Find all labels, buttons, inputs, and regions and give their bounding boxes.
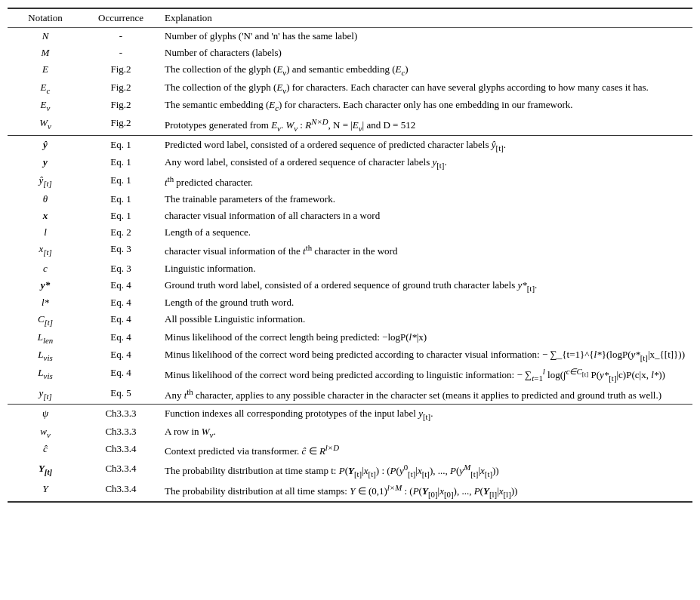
- occurrence-cell: Fig.2: [83, 61, 159, 79]
- explanation-cell: A row in Wv.: [159, 423, 692, 442]
- table-row: wvCh3.3.3A row in Wv.: [8, 423, 692, 442]
- notation-cell: ψ: [8, 405, 83, 423]
- notation-cell: Y[t]: [8, 460, 83, 481]
- explanation-cell: Minus likelihood of the correct length b…: [159, 329, 692, 347]
- explanation-cell: Linguistic information.: [159, 260, 692, 277]
- notation-cell: Ev: [8, 97, 83, 115]
- notation-cell: l*: [8, 294, 83, 311]
- occurrence-cell: Ch3.3.3: [83, 423, 159, 442]
- explanation-cell: The semantic embedding (Ec) for characte…: [159, 97, 692, 115]
- explanation-cell: Number of characters (labels): [159, 45, 692, 61]
- occurrence-cell: Eq. 1: [83, 135, 159, 154]
- explanation-cell: The probability distribution at time sta…: [159, 460, 692, 481]
- notation-cell: c: [8, 260, 83, 277]
- notation-cell: C[t]: [8, 311, 83, 329]
- notation-cell: θ: [8, 191, 83, 208]
- occurrence-cell: -: [83, 45, 159, 61]
- occurrence-cell: Eq. 4: [83, 294, 159, 311]
- notation-cell: ĉ: [8, 441, 83, 460]
- notation-cell: Y: [8, 481, 83, 502]
- occurrence-cell: Eq. 1: [83, 208, 159, 224]
- table-row: lEq. 2Length of a sequence.: [8, 224, 692, 241]
- occurrence-cell: Eq. 3: [83, 241, 159, 260]
- occurrence-cell: Eq. 4: [83, 365, 159, 385]
- notation-cell: Lvis: [8, 346, 83, 365]
- explanation-cell: character visual information of the tth …: [159, 241, 692, 260]
- table-row: x[t]Eq. 3character visual information of…: [8, 241, 692, 260]
- table-row: xEq. 1character visual information of al…: [8, 208, 692, 224]
- table-row: EcFig.2The collection of the glyph (Ev) …: [8, 79, 692, 97]
- notation-cell: y: [8, 154, 83, 172]
- occurrence-cell: Ch3.3.4: [83, 481, 159, 502]
- table-row: yEq. 1Any word label, consisted of a ord…: [8, 154, 692, 172]
- explanation-cell: The collection of the glyph (Ev) and sem…: [159, 61, 692, 79]
- explanation-cell: The probability distribution at all time…: [159, 481, 692, 502]
- table-row: N-Number of glyphs ('N' and 'n' has the …: [8, 28, 692, 45]
- occurrence-cell: Ch3.3.4: [83, 460, 159, 481]
- explanation-cell: Context predicted via transformer. ĉ ∈ R…: [159, 441, 692, 460]
- explanation-cell: Length of a sequence.: [159, 224, 692, 241]
- explanation-cell: Prototypes generated from Ev. Wv : RN×D,…: [159, 115, 692, 135]
- occurrence-cell: Eq. 4: [83, 346, 159, 365]
- occurrence-cell: Eq. 4: [83, 311, 159, 329]
- occurrence-cell: Eq. 3: [83, 260, 159, 277]
- occurrence-cell: Eq. 1: [83, 154, 159, 172]
- occurrence-cell: Eq. 2: [83, 224, 159, 241]
- table-row: YCh3.3.4The probability distribution at …: [8, 481, 692, 502]
- notation-cell: y*: [8, 277, 83, 295]
- table-row: LvisEq. 4Minus likelihood of the correct…: [8, 365, 692, 385]
- table-row: θEq. 1The trainable parameters of the fr…: [8, 191, 692, 208]
- notation-cell: ŷ: [8, 135, 83, 154]
- notation-table: Notation Occurrence Explanation N-Number…: [8, 8, 692, 503]
- table-row: M-Number of characters (labels): [8, 45, 692, 61]
- notation-cell: M: [8, 45, 83, 61]
- table-row: Y[t]Ch3.3.4The probability distribution …: [8, 460, 692, 481]
- explanation-cell: character visual information of all char…: [159, 208, 692, 224]
- notation-cell: x[t]: [8, 241, 83, 260]
- notation-cell: Llen: [8, 329, 83, 347]
- notation-cell: Ec: [8, 79, 83, 97]
- notation-cell: wv: [8, 423, 83, 442]
- table-row: LlenEq. 4Minus likelihood of the correct…: [8, 329, 692, 347]
- table-row: y*Eq. 4Ground truth word label, consiste…: [8, 277, 692, 295]
- explanation-cell: Any word label, consisted of a ordered s…: [159, 154, 692, 172]
- explanation-cell: Function indexes all corresponding proto…: [159, 405, 692, 423]
- header-explanation: Explanation: [159, 8, 692, 28]
- notation-cell: Wv: [8, 115, 83, 135]
- explanation-cell: Minus likelihood of the correct word bei…: [159, 346, 692, 365]
- notation-cell: Lvis: [8, 365, 83, 385]
- table-row: ĉCh3.3.4Context predicted via transforme…: [8, 441, 692, 460]
- explanation-cell: tth predicted character.: [159, 172, 692, 191]
- table-row: ŷEq. 1Predicted word label, consisted of…: [8, 135, 692, 154]
- explanation-cell: Number of glyphs ('N' and 'n' has the sa…: [159, 28, 692, 45]
- notation-cell: y[t]: [8, 385, 83, 405]
- table-row: cEq. 3Linguistic information.: [8, 260, 692, 277]
- notation-cell: x: [8, 208, 83, 224]
- explanation-cell: Any tth character, applies to any possib…: [159, 385, 692, 405]
- explanation-cell: All possible Linguistic information.: [159, 311, 692, 329]
- table-row: y[t]Eq. 5Any tth character, applies to a…: [8, 385, 692, 405]
- table-row: l*Eq. 4Length of the ground truth word.: [8, 294, 692, 311]
- occurrence-cell: -: [83, 28, 159, 45]
- table-row: ψCh3.3.3Function indexes all correspondi…: [8, 405, 692, 423]
- occurrence-cell: Fig.2: [83, 97, 159, 115]
- header-occurrence: Occurrence: [83, 8, 159, 28]
- notation-cell: ŷ[t]: [8, 172, 83, 191]
- occurrence-cell: Eq. 1: [83, 172, 159, 191]
- explanation-cell: The collection of the glyph (Ev) for cha…: [159, 79, 692, 97]
- occurrence-cell: Eq. 4: [83, 277, 159, 295]
- occurrence-cell: Fig.2: [83, 115, 159, 135]
- explanation-cell: Ground truth word label, consisted of a …: [159, 277, 692, 295]
- explanation-cell: The trainable parameters of the framewor…: [159, 191, 692, 208]
- table-row: EFig.2The collection of the glyph (Ev) a…: [8, 61, 692, 79]
- occurrence-cell: Fig.2: [83, 79, 159, 97]
- explanation-cell: Length of the ground truth word.: [159, 294, 692, 311]
- occurrence-cell: Eq. 4: [83, 329, 159, 347]
- header-notation: Notation: [8, 8, 83, 28]
- occurrence-cell: Eq. 1: [83, 191, 159, 208]
- table-row: WvFig.2Prototypes generated from Ev. Wv …: [8, 115, 692, 135]
- table-row: EvFig.2The semantic embedding (Ec) for c…: [8, 97, 692, 115]
- explanation-cell: Minus likelihood of the correct word bei…: [159, 365, 692, 385]
- table-row: C[t]Eq. 4All possible Linguistic informa…: [8, 311, 692, 329]
- table-row: LvisEq. 4Minus likelihood of the correct…: [8, 346, 692, 365]
